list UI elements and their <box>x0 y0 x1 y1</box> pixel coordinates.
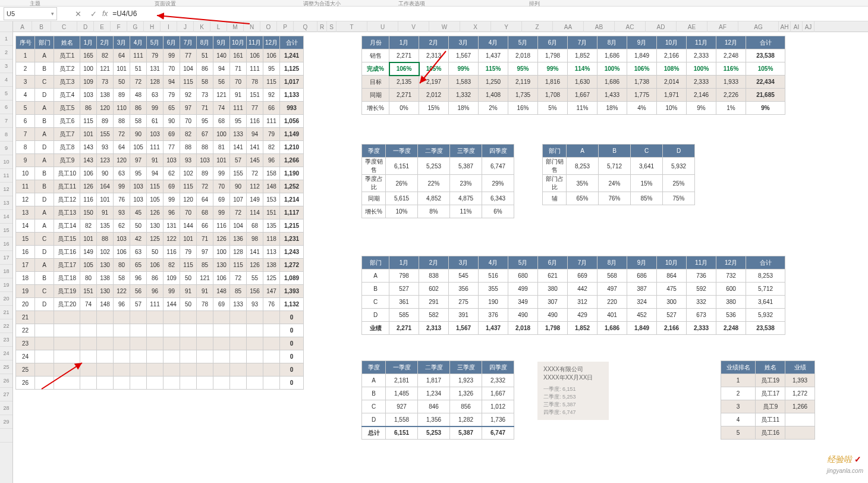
column-headers[interactable]: ABCDEFGHIJKLMNOPQRSTUVWXYZAAABACADAEAFAG… <box>13 21 868 32</box>
spreadsheet-grid[interactable]: 1234567891011121314151617181920212223242… <box>0 21 868 483</box>
fx-icon[interactable]: fx <box>102 10 108 18</box>
watermark: 经验啦 ✓jingyanla.com <box>827 454 863 475</box>
row-headers[interactable]: 1234567891011121314151617181920212223242… <box>0 21 13 483</box>
cancel-icon[interactable]: ✕ <box>71 7 84 20</box>
info-box: XXXX有限公司 XXXX年XX月XX日 一季度: 6,151 二季度: 5,2… <box>537 362 609 420</box>
dept-monthly: 部门1月2月3月4月5月6月7月8月9月10月11月12月合计A79883854… <box>361 256 785 335</box>
dropdown-icon[interactable]: ▾ <box>51 11 54 17</box>
ribbon-groups: 主题 页面设置 调整为合适大小 工作表选项 排列 <box>0 0 868 6</box>
check-icon[interactable]: ✓ <box>87 7 100 20</box>
svg-line-0 <box>157 15 250 24</box>
annotation-arrow-1 <box>155 14 250 26</box>
formula-bar: U5▾ ✕ ✓ fx =U4/U6 <box>0 6 868 21</box>
annotation-arrow-3 <box>40 360 88 391</box>
rank-table: 业绩排名姓名业绩1员工191,3932员工171,2723员工91,2664员工… <box>721 360 815 440</box>
dept-share: 部门ABCD部门销售8,2535,7123,6415,932部门占比35%24%… <box>542 144 695 205</box>
name-box[interactable]: U5▾ <box>4 7 57 20</box>
quarter-sales: 季度一季度二季度三季度四季度季度销售6,1515,2535,3876,747季度… <box>361 144 514 218</box>
svg-line-2 <box>42 363 82 389</box>
quarter-dept: 季度一季度二季度三季度四季度A2,1811,8171,9232,332B1,48… <box>361 360 514 440</box>
annotation-arrow-2 <box>417 50 447 87</box>
svg-line-1 <box>420 51 446 83</box>
employee-table: 序号部门姓名1月2月3月4月5月6月7月8月9月10月11月12月合计1A员工1… <box>15 36 304 390</box>
